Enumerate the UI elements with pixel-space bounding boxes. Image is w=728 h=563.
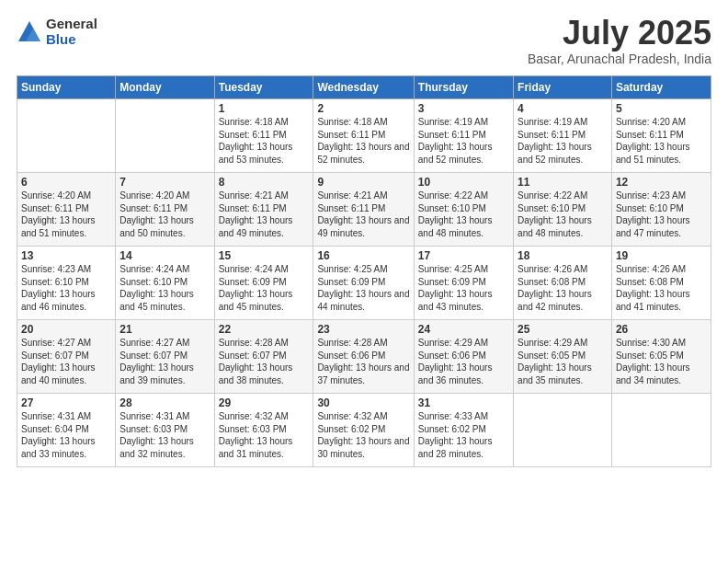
day-number: 15: [219, 249, 310, 262]
calendar-cell: [116, 99, 214, 173]
calendar-cell: 26Sunrise: 4:30 AM Sunset: 6:05 PM Dayli…: [611, 320, 711, 394]
day-number: 24: [418, 323, 509, 336]
day-number: 10: [418, 176, 509, 189]
header-monday: Monday: [116, 76, 214, 99]
day-info: Sunrise: 4:18 AM Sunset: 6:11 PM Dayligh…: [219, 116, 310, 166]
day-info: Sunrise: 4:24 AM Sunset: 6:09 PM Dayligh…: [219, 263, 310, 313]
calendar-cell: 12Sunrise: 4:23 AM Sunset: 6:10 PM Dayli…: [611, 173, 711, 247]
day-info: Sunrise: 4:19 AM Sunset: 6:11 PM Dayligh…: [418, 116, 509, 166]
header-wednesday: Wednesday: [313, 76, 414, 99]
day-info: Sunrise: 4:25 AM Sunset: 6:09 PM Dayligh…: [418, 263, 509, 313]
calendar-cell: 31Sunrise: 4:33 AM Sunset: 6:02 PM Dayli…: [414, 394, 513, 467]
calendar-cell: 30Sunrise: 4:32 AM Sunset: 6:02 PM Dayli…: [313, 394, 414, 467]
title-section: July 2025 Basar, Arunachal Pradesh, Indi…: [528, 17, 711, 66]
calendar-table: Sunday Monday Tuesday Wednesday Thursday…: [17, 75, 711, 467]
calendar-cell: 18Sunrise: 4:26 AM Sunset: 6:08 PM Dayli…: [514, 247, 612, 320]
day-number: 8: [219, 176, 310, 189]
logo-icon: [17, 19, 42, 45]
calendar-cell: 15Sunrise: 4:24 AM Sunset: 6:09 PM Dayli…: [214, 247, 313, 320]
day-number: 6: [21, 176, 111, 189]
week-row-5: 27Sunrise: 4:31 AM Sunset: 6:04 PM Dayli…: [17, 394, 711, 467]
day-number: 28: [119, 396, 210, 409]
calendar-cell: 4Sunrise: 4:19 AM Sunset: 6:11 PM Daylig…: [514, 99, 612, 173]
day-number: 19: [616, 249, 707, 262]
week-row-1: 1Sunrise: 4:18 AM Sunset: 6:11 PM Daylig…: [17, 99, 711, 173]
calendar-cell: 6Sunrise: 4:20 AM Sunset: 6:11 PM Daylig…: [17, 173, 116, 247]
calendar-cell: 10Sunrise: 4:22 AM Sunset: 6:10 PM Dayli…: [414, 173, 513, 247]
day-number: 1: [219, 102, 310, 115]
day-info: Sunrise: 4:23 AM Sunset: 6:10 PM Dayligh…: [21, 263, 111, 313]
day-info: Sunrise: 4:29 AM Sunset: 6:05 PM Dayligh…: [518, 337, 608, 386]
day-info: Sunrise: 4:32 AM Sunset: 6:03 PM Dayligh…: [219, 410, 310, 460]
day-number: 12: [616, 176, 707, 189]
logo-blue-text: Blue: [46, 32, 97, 48]
calendar-cell: 19Sunrise: 4:26 AM Sunset: 6:08 PM Dayli…: [611, 247, 711, 320]
calendar-cell: 9Sunrise: 4:21 AM Sunset: 6:11 PM Daylig…: [313, 173, 414, 247]
calendar-header-row: Sunday Monday Tuesday Wednesday Thursday…: [17, 76, 711, 99]
day-info: Sunrise: 4:18 AM Sunset: 6:11 PM Dayligh…: [317, 116, 409, 166]
day-number: 22: [219, 323, 310, 336]
day-number: 17: [418, 249, 509, 262]
calendar-cell: 28Sunrise: 4:31 AM Sunset: 6:03 PM Dayli…: [116, 394, 214, 467]
logo-general-text: General: [46, 17, 97, 32]
calendar-cell: 22Sunrise: 4:28 AM Sunset: 6:07 PM Dayli…: [214, 320, 313, 394]
day-info: Sunrise: 4:25 AM Sunset: 6:09 PM Dayligh…: [317, 263, 409, 313]
day-number: 18: [518, 249, 608, 262]
day-number: 20: [21, 323, 111, 336]
day-info: Sunrise: 4:30 AM Sunset: 6:05 PM Dayligh…: [616, 337, 707, 386]
day-number: 4: [518, 102, 608, 115]
day-info: Sunrise: 4:20 AM Sunset: 6:11 PM Dayligh…: [616, 116, 707, 166]
calendar-cell: 29Sunrise: 4:32 AM Sunset: 6:03 PM Dayli…: [214, 394, 313, 467]
week-row-3: 13Sunrise: 4:23 AM Sunset: 6:10 PM Dayli…: [17, 247, 711, 320]
week-row-2: 6Sunrise: 4:20 AM Sunset: 6:11 PM Daylig…: [17, 173, 711, 247]
day-info: Sunrise: 4:32 AM Sunset: 6:02 PM Dayligh…: [317, 410, 409, 460]
calendar-cell: 17Sunrise: 4:25 AM Sunset: 6:09 PM Dayli…: [414, 247, 513, 320]
header-thursday: Thursday: [414, 76, 513, 99]
day-number: 31: [418, 396, 509, 409]
calendar-cell: 20Sunrise: 4:27 AM Sunset: 6:07 PM Dayli…: [17, 320, 116, 394]
header: General Blue July 2025 Basar, Arunachal …: [17, 17, 711, 66]
day-number: 7: [119, 176, 210, 189]
logo-text: General Blue: [46, 17, 97, 47]
calendar-cell: [611, 394, 711, 467]
calendar-cell: 24Sunrise: 4:29 AM Sunset: 6:06 PM Dayli…: [414, 320, 513, 394]
day-info: Sunrise: 4:28 AM Sunset: 6:06 PM Dayligh…: [317, 337, 409, 386]
day-number: 26: [616, 323, 707, 336]
calendar-cell: 7Sunrise: 4:20 AM Sunset: 6:11 PM Daylig…: [116, 173, 214, 247]
day-info: Sunrise: 4:31 AM Sunset: 6:04 PM Dayligh…: [21, 410, 111, 460]
day-number: 11: [518, 176, 608, 189]
header-saturday: Saturday: [611, 76, 711, 99]
calendar-cell: 16Sunrise: 4:25 AM Sunset: 6:09 PM Dayli…: [313, 247, 414, 320]
day-info: Sunrise: 4:31 AM Sunset: 6:03 PM Dayligh…: [119, 410, 210, 460]
day-info: Sunrise: 4:29 AM Sunset: 6:06 PM Dayligh…: [418, 337, 509, 386]
calendar-cell: 2Sunrise: 4:18 AM Sunset: 6:11 PM Daylig…: [313, 99, 414, 173]
week-row-4: 20Sunrise: 4:27 AM Sunset: 6:07 PM Dayli…: [17, 320, 711, 394]
day-info: Sunrise: 4:20 AM Sunset: 6:11 PM Dayligh…: [119, 190, 210, 239]
day-info: Sunrise: 4:24 AM Sunset: 6:10 PM Dayligh…: [119, 263, 210, 313]
day-number: 9: [317, 176, 409, 189]
calendar-cell: 13Sunrise: 4:23 AM Sunset: 6:10 PM Dayli…: [17, 247, 116, 320]
calendar-cell: 27Sunrise: 4:31 AM Sunset: 6:04 PM Dayli…: [17, 394, 116, 467]
calendar-cell: [514, 394, 612, 467]
calendar-cell: 23Sunrise: 4:28 AM Sunset: 6:06 PM Dayli…: [313, 320, 414, 394]
calendar-cell: 5Sunrise: 4:20 AM Sunset: 6:11 PM Daylig…: [611, 99, 711, 173]
day-number: 14: [119, 249, 210, 262]
day-number: 13: [21, 249, 111, 262]
day-info: Sunrise: 4:22 AM Sunset: 6:10 PM Dayligh…: [518, 190, 608, 239]
header-sunday: Sunday: [17, 76, 116, 99]
day-info: Sunrise: 4:21 AM Sunset: 6:11 PM Dayligh…: [219, 190, 310, 239]
day-info: Sunrise: 4:20 AM Sunset: 6:11 PM Dayligh…: [21, 190, 111, 239]
day-info: Sunrise: 4:33 AM Sunset: 6:02 PM Dayligh…: [418, 410, 509, 460]
location: Basar, Arunachal Pradesh, India: [528, 52, 711, 66]
calendar-cell: 3Sunrise: 4:19 AM Sunset: 6:11 PM Daylig…: [414, 99, 513, 173]
day-number: 21: [119, 323, 210, 336]
calendar-cell: 8Sunrise: 4:21 AM Sunset: 6:11 PM Daylig…: [214, 173, 313, 247]
day-number: 27: [21, 396, 111, 409]
day-info: Sunrise: 4:23 AM Sunset: 6:10 PM Dayligh…: [616, 190, 707, 239]
calendar-cell: 21Sunrise: 4:27 AM Sunset: 6:07 PM Dayli…: [116, 320, 214, 394]
day-number: 2: [317, 102, 409, 115]
day-info: Sunrise: 4:28 AM Sunset: 6:07 PM Dayligh…: [219, 337, 310, 386]
day-info: Sunrise: 4:26 AM Sunset: 6:08 PM Dayligh…: [518, 263, 608, 313]
day-info: Sunrise: 4:19 AM Sunset: 6:11 PM Dayligh…: [518, 116, 608, 166]
day-number: 23: [317, 323, 409, 336]
